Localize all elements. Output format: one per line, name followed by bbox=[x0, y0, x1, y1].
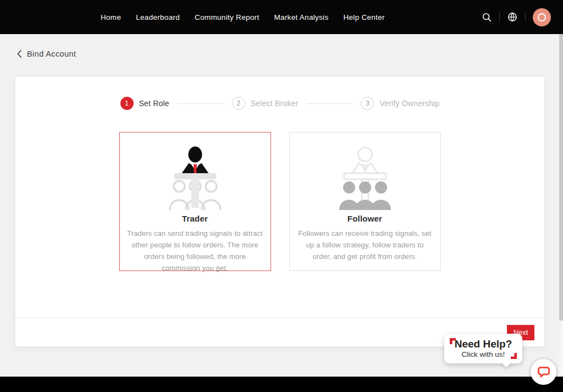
nav-item-leaderboard[interactable]: Leaderboard bbox=[136, 13, 180, 21]
nav-divider bbox=[525, 13, 526, 21]
footer-bar bbox=[0, 377, 563, 392]
corner-mark-icon bbox=[511, 353, 517, 359]
role-desc-trader: Traders can send trading signals to attr… bbox=[120, 228, 271, 274]
top-navbar: Home Leaderboard Community Report Market… bbox=[0, 0, 563, 34]
help-subtitle: Click with us! bbox=[462, 350, 505, 358]
step-2-label: Select Broker bbox=[251, 99, 299, 108]
page-title: Bind Account bbox=[27, 49, 76, 58]
stepper: 1 Set Role 2 Select Broker 3 Verify Owne… bbox=[15, 77, 544, 110]
step-set-role: 1 Set Role bbox=[120, 97, 169, 110]
bind-account-panel: 1 Set Role 2 Select Broker 3 Verify Owne… bbox=[15, 77, 544, 346]
nav-links: Home Leaderboard Community Report Market… bbox=[101, 13, 385, 21]
step-verify-ownership: 3 Verify Ownership bbox=[361, 97, 439, 110]
breadcrumb-back[interactable]: Bind Account bbox=[16, 49, 76, 58]
user-avatar[interactable] bbox=[533, 8, 551, 26]
stepper-connector bbox=[306, 103, 352, 104]
role-title-follower: Follower bbox=[290, 214, 440, 223]
step-select-broker: 2 Select Broker bbox=[232, 97, 299, 110]
role-desc-follower: Followers can receive trading signals, s… bbox=[290, 228, 440, 262]
nav-item-help-center[interactable]: Help Center bbox=[343, 13, 384, 21]
globe-language-icon[interactable] bbox=[507, 12, 518, 23]
avatar-ring-icon bbox=[538, 13, 546, 21]
page-scrollbar[interactable] bbox=[559, 34, 563, 392]
scrollbar-thumb[interactable] bbox=[559, 34, 563, 321]
role-card-trader[interactable]: Trader Traders can send trading signals … bbox=[119, 132, 271, 271]
step-2-circle: 2 bbox=[232, 97, 245, 110]
stepper-connector bbox=[178, 103, 224, 104]
step-3-circle: 3 bbox=[361, 97, 374, 110]
live-chat-button[interactable] bbox=[531, 359, 556, 385]
need-help-tooltip[interactable]: Need Help? Click with us! bbox=[444, 334, 522, 363]
step-1-circle: 1 bbox=[120, 97, 134, 110]
trader-podium-icon bbox=[120, 142, 271, 210]
step-1-label: Set Role bbox=[139, 99, 169, 108]
search-icon[interactable] bbox=[481, 12, 492, 23]
step-3-label: Verify Ownership bbox=[379, 99, 439, 108]
nav-right-controls bbox=[481, 0, 551, 34]
tooltip-tail bbox=[502, 358, 511, 368]
role-title-trader: Trader bbox=[120, 214, 271, 223]
nav-divider bbox=[499, 13, 500, 21]
help-title: Need Help? bbox=[455, 339, 512, 350]
chat-bubble-icon bbox=[537, 365, 551, 379]
nav-item-market-analysis[interactable]: Market Analysis bbox=[274, 13, 328, 21]
nav-item-community-report[interactable]: Community Report bbox=[195, 13, 259, 21]
role-cards-row: Trader Traders can send trading signals … bbox=[15, 132, 544, 271]
back-chevron-icon bbox=[16, 49, 22, 58]
nav-item-home[interactable]: Home bbox=[101, 13, 121, 21]
follower-audience-icon bbox=[290, 142, 440, 210]
role-card-follower[interactable]: Follower Followers can receive trading s… bbox=[289, 132, 441, 271]
